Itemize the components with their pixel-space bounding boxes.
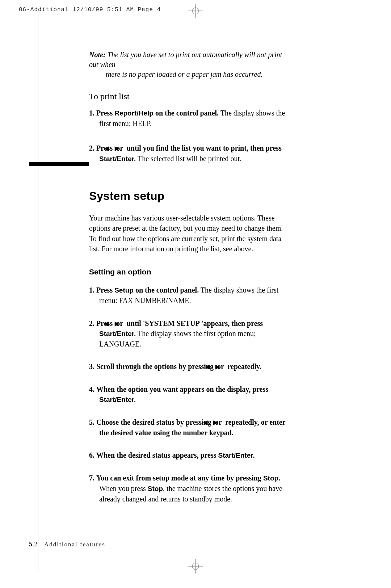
note-block: Note: The list you have set to print out… [89, 50, 292, 79]
step-text: When the option you want appears on the … [96, 385, 268, 393]
step-number: 1. [89, 109, 94, 117]
step-text: Scroll through the options by pressing [96, 362, 215, 370]
step-number: 4. [89, 385, 94, 393]
button-setup: Setup [114, 286, 134, 294]
registration-mark-top [188, 4, 203, 18]
button-start-enter: Start/Enter. [218, 452, 255, 459]
setting-step-2: 2. Press ◀ or ▶ until 'SYSTEM SETUP 'app… [89, 318, 292, 349]
note-text-line1: The list you have set to print out autom… [89, 51, 282, 68]
step-number: 2. [89, 144, 94, 152]
step-number: 2. [89, 319, 94, 327]
step-number: 7. [89, 474, 94, 482]
step-text: Choose the desired status by pressing [96, 418, 213, 426]
step-text: When the desired status appears, press [96, 451, 218, 459]
step-text: Press [96, 286, 114, 294]
system-setup-heading: System setup [89, 189, 292, 203]
setting-step-1: 1. Press Setup on the control panel. The… [89, 285, 292, 306]
page-footer: 5.2 Additional features [29, 540, 105, 548]
step-text: on the control panel. [154, 109, 219, 117]
to-print-list-heading: To print list [89, 92, 292, 101]
setting-step-5: 5. Choose the desired status by pressing… [89, 417, 292, 438]
button-start-enter: Start/Enter. [99, 396, 136, 403]
step-tail: The selected list will be printed out. [136, 155, 241, 163]
button-report-help: Report/Help [114, 109, 154, 117]
step-text: on the control panel. [134, 286, 199, 294]
footer-section: Additional features [44, 541, 105, 548]
setting-step-4: 4. When the option you want appears on t… [89, 384, 292, 405]
print-step-2: 2. Press ◀ or ▶ until you find the list … [89, 143, 292, 164]
registration-mark-bottom [188, 559, 203, 574]
button-start-enter: Start/Enter. [99, 155, 136, 163]
step-number: 5. [89, 418, 94, 426]
setting-step-3: 3. Scroll through the options by pressin… [89, 361, 292, 371]
note-text-line2: there is no paper loaded or a paper jam … [106, 70, 292, 79]
note-label: Note: [89, 51, 106, 59]
setting-step-7: 7. You can exit from setup mode at any t… [89, 473, 292, 504]
step-text: until 'SYSTEM SETUP 'appears, then press [125, 319, 263, 327]
setting-step-6: 6. When the desired status appears, pres… [89, 450, 292, 461]
button-stop: Stop. [263, 474, 281, 482]
footer-page: 2 [34, 540, 38, 548]
button-start-enter: Start/Enter. [99, 330, 136, 337]
step-number: 3. [89, 362, 94, 370]
page-body: Note: The list you have set to print out… [89, 50, 292, 516]
step-tail: When you press [99, 484, 148, 492]
step-text: You can exit from setup mode at any time… [96, 474, 263, 482]
system-intro: Your machine has various user-selectable… [89, 213, 292, 254]
footer-chapter: 5 [29, 540, 33, 548]
step-number: 1. [89, 286, 94, 294]
step-text: repeatedly. [226, 362, 261, 370]
step-number: 6. [89, 451, 94, 459]
print-step-1: 1. Press Report/Help on the control pane… [89, 108, 292, 129]
setting-option-heading: Setting an option [89, 268, 292, 276]
step-text: Press [96, 109, 114, 117]
section-divider-stub [29, 162, 89, 166]
step-text: until you find the list you want to prin… [125, 144, 282, 152]
print-slug: 06-Additional 12/10/99 5:51 AM Page 4 [19, 7, 161, 13]
button-stop: Stop [148, 485, 163, 492]
trim-rule-left [38, 13, 38, 571]
